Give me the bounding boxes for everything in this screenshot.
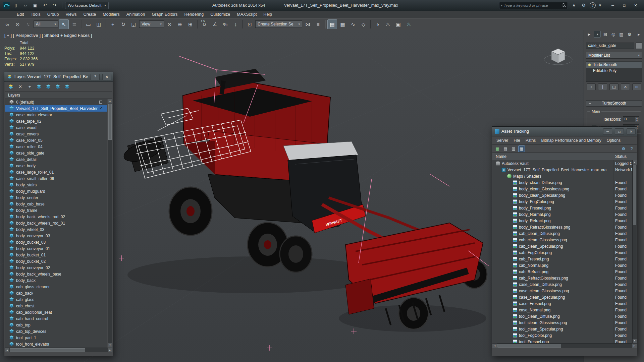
asset-menu-paths[interactable]: Paths [523,136,539,145]
layer-close-button[interactable]: ✕ [102,74,111,80]
layer-row[interactable]: case_small_roller_09 [5,175,107,182]
asset-row[interactable]: Maps / Shaders [492,173,632,179]
layer-row[interactable]: body_bucket_02 [5,258,107,264]
asset-row[interactable]: 3Vervaet_17T_Self_Propelled_Beet_Harvest… [492,167,632,173]
app-menu-logo-icon[interactable] [3,2,10,9]
menu-customize[interactable]: Customize [207,11,233,18]
layer-row[interactable]: case_large_roller_01 [5,169,107,175]
menu-maxscript[interactable]: MAXScript [233,11,260,18]
layer-row[interactable]: case_covers [5,131,107,137]
layer-row[interactable]: cab_glass [5,296,107,303]
tab-display-icon[interactable]: ▥ [618,31,625,38]
spinner-snap-icon[interactable]: ↕ [231,19,240,29]
tab-hierarchy-icon[interactable]: ⊟ [602,31,609,38]
angle-snap-icon[interactable]: ∠ [210,19,220,29]
highlight-layer-button[interactable] [54,83,62,90]
modifier-list-dropdown[interactable]: Modifier List ▾ [586,52,642,59]
asset-row[interactable]: cab_clean_Glossiness.pngFound [492,237,632,243]
column-name[interactable]: Name [492,153,613,160]
layer-row[interactable]: case_roller_04 [5,143,107,150]
asset-row[interactable]: cab_Refract.pngFound [492,268,632,275]
asset-row[interactable]: case_clean_Glossiness.pngFound [492,288,632,294]
bind-to-space-warp-icon[interactable]: ≈ [23,19,33,29]
layer-row[interactable]: body_back_wheels_rod_01 [5,220,107,226]
viewport-label[interactable]: [ + ] [ Perspective ] [ Shaded + Edged F… [4,33,92,38]
spinner-arrows-icon[interactable]: ▴▾ [635,117,639,122]
add-selected-to-layer-button[interactable] [35,83,43,90]
layer-row[interactable]: case_body [5,163,107,169]
layer-row[interactable]: case_roller_05 [5,137,107,143]
selection-filter-dropdown[interactable]: All ▾ [34,20,58,28]
column-status[interactable]: Status [613,153,637,160]
layer-row[interactable]: case_tape_02 [5,118,107,124]
select-by-name-icon[interactable]: ≣ [69,19,79,29]
layer-help-button[interactable]: ? [91,74,100,80]
asset-close-button[interactable]: ✕ [627,128,636,135]
tab-utilities-icon[interactable]: ⚙ [626,31,633,38]
minimize-button[interactable]: ─ [607,2,619,9]
asset-row[interactable]: case_clean_Specular.pngFound [492,294,632,300]
layer-row[interactable]: tool_part_1 [5,335,107,341]
modifier-stack-item-turbosmooth[interactable]: TurboSmooth [586,62,642,68]
menu-graph-editors[interactable]: Graph Editors [148,11,181,18]
asset-row[interactable]: cab_Fresnel.pngFound [492,256,632,262]
asset-row[interactable]: body_Refract.pngFound [492,218,632,224]
modifier-stack-item-editable-poly[interactable]: Editable Poly [586,68,642,74]
tab-create-icon[interactable]: ► [586,31,593,38]
new-scene-icon[interactable]: ▯ [12,2,20,9]
menu-animation[interactable]: Animation [123,11,149,18]
graphite-ribbon-icon[interactable]: ▦ [338,19,347,29]
layer-row[interactable]: cab_top [5,322,107,328]
help-dropdown-arrow-icon[interactable]: ▾ [598,2,602,9]
pin-stack-icon[interactable]: ▫ [587,83,596,90]
asset-menu-server[interactable]: Server [494,136,511,145]
keyboard-shortcut-override-icon[interactable]: ⊞ [185,19,195,29]
layer-properties-button[interactable] [63,83,71,90]
layer-vertical-scrollbar[interactable]: ▴ ▾ [108,99,112,348]
scroll-up-icon[interactable]: ▴ [633,160,637,165]
turbosmooth-rollout-header[interactable]: − TurboSmooth [586,100,642,107]
scroll-left-icon[interactable]: ◂ [5,348,9,352]
layer-row[interactable]: cab_back [5,290,107,296]
schematic-view-icon[interactable]: ◇ [359,19,368,29]
menu-help[interactable]: Help [260,11,275,18]
unlink-selection-icon[interactable]: ⊘ [13,19,22,29]
scroll-up-icon[interactable]: ▴ [108,99,112,103]
layer-row[interactable]: cab_additional_seat [5,309,107,315]
close-button[interactable]: ✕ [630,2,641,9]
asset-row[interactable]: tool_clean_Diffuse.pngFound [492,313,632,319]
asset-help-icon[interactable]: ? [628,145,635,152]
layer-row[interactable]: cab_glass_cleaner [5,284,107,290]
layer-row[interactable]: body_stairs [5,182,107,188]
workspace-dropdown[interactable]: Workspace: Default ▾ [65,2,109,9]
asset-row[interactable]: case_clean_Diffuse.pngFound [492,281,632,288]
edit-named-selection-sets-icon[interactable]: ⊡ [245,19,255,29]
layer-window-titlebar[interactable]: Layer: Vervaet_17T_Self_Propelled_Beet..… [4,72,113,82]
asset-row[interactable]: body_clean_Diffuse.pngFound [492,179,632,186]
menu-views[interactable]: Views [62,11,80,18]
undo-icon[interactable]: ↶ [41,2,49,9]
scroll-thumb[interactable] [633,165,636,225]
asset-row[interactable]: Autodesk VaultLogged Out [492,160,632,167]
modifier-onoff-icon[interactable] [588,63,591,66]
percent-snap-icon[interactable]: % [220,19,230,29]
layer-row[interactable]: body_center [5,194,107,201]
asset-menu-file[interactable]: File [511,136,523,145]
asset-row[interactable]: case_Fresnel.pngFound [492,300,632,307]
select-and-link-icon[interactable]: ∞ [2,19,12,29]
asset-row[interactable]: case_Normal.pngFound [492,307,632,313]
asset-details-icon[interactable]: ▤ [502,145,509,152]
remove-modifier-icon[interactable]: ✕ [621,83,630,90]
select-object-icon[interactable]: ↖ [59,19,69,29]
layer-horizontal-scrollbar[interactable]: ◂ ▸ [5,348,112,352]
asset-vertical-scrollbar[interactable]: ▴ ▾ [632,160,637,343]
layer-row[interactable]: body_conveyor_01 [5,245,107,252]
help-icon[interactable]: ? [590,2,596,8]
layer-row[interactable]: body_conveyor_02 [5,264,107,271]
scroll-thumb[interactable] [10,348,85,352]
asset-table-header[interactable]: Name Status [492,153,637,160]
snaps-toggle-icon[interactable]: 2.5 Ω [200,19,209,29]
scroll-down-icon[interactable]: ▾ [633,339,637,343]
current-layer-box[interactable] [99,101,102,104]
menu-create[interactable]: Create [80,11,100,18]
